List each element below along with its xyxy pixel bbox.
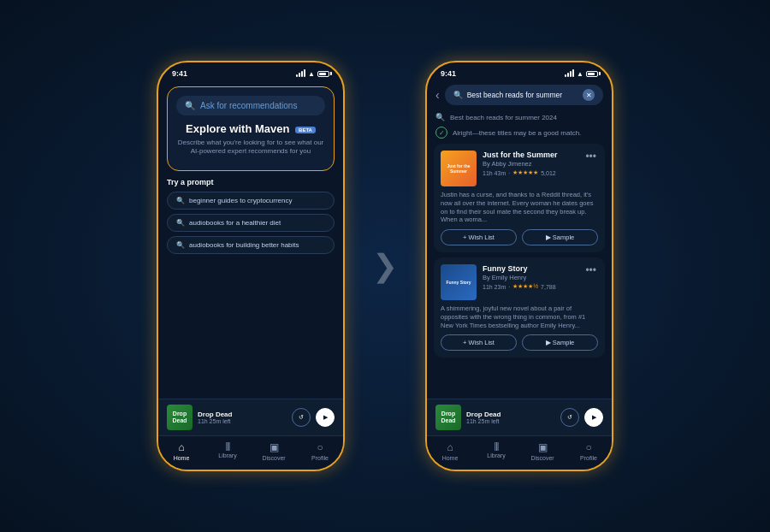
back-button[interactable]: ‹ (435, 88, 440, 102)
book-card-2-header: Funny Story Funny Story By Emily Henry 1… (441, 264, 598, 300)
prompt-search-icon-1: 🔍 (176, 197, 185, 204)
home-icon: ⌂ (178, 441, 184, 453)
book-card-1: Just for the Summer Just for the Summer … (434, 144, 605, 252)
wifi-icon-2: ▲ (577, 70, 583, 78)
prompt-btn-2[interactable]: 🔍 audiobooks for a healthier diet (167, 214, 335, 232)
nav-library-2[interactable]: ||| Library (473, 441, 519, 461)
now-playing-cover: Drop Dead (167, 405, 192, 430)
just-for-summer-art: Just for the Summer (441, 151, 477, 186)
skip-back-btn-2[interactable]: ↺ (560, 408, 579, 427)
nav-discover-label-2: Discover (530, 455, 554, 461)
book-cover-2: Funny Story (441, 264, 477, 300)
search-icon: 🔍 (185, 101, 195, 110)
nav-library-label-1: Library (218, 452, 236, 458)
book-title-1: Just for the Summer (483, 151, 578, 159)
more-options-btn-1[interactable]: ••• (583, 151, 598, 186)
play-btn-2[interactable]: ▶ (584, 408, 603, 427)
maven-search-bar[interactable]: 🔍 Ask for recommendations (176, 96, 325, 115)
book-card-1-header: Just for the Summer Just for the Summer … (441, 151, 598, 186)
wifi-icon: ▲ (308, 70, 315, 78)
sample-btn-2[interactable]: ▶ Sample (522, 334, 598, 351)
nav-profile-1[interactable]: ○ Profile (297, 441, 343, 461)
phone2-content: ‹ 🔍 Best beach reads for summer ✕ 🔍 Best… (427, 81, 612, 470)
query-search-icon: 🔍 (435, 113, 445, 121)
nav-home-1[interactable]: ⌂ Home (158, 441, 204, 461)
wish-list-btn-2[interactable]: + Wish List (441, 334, 517, 351)
search-bar-filled[interactable]: 🔍 Best beach reads for summer ✕ (445, 85, 603, 105)
now-playing-bar-2: Drop Dead Drop Dead 11h 25m left ↺ ▶ (427, 399, 612, 435)
book-rating-count-1: 5,012 (541, 170, 556, 176)
drop-dead-cover-art-2: Drop Dead (435, 405, 461, 430)
discover-icon: ▣ (270, 441, 279, 453)
books-list: Just for the Summer Just for the Summer … (427, 144, 612, 399)
prompt-text-2: audiobooks for a healthier diet (189, 219, 281, 227)
library-icon: ||| (226, 441, 230, 451)
phone-2: 9:41 ▲ ‹ 🔍 Best beach re (425, 61, 613, 471)
home-icon-2: ⌂ (447, 441, 453, 453)
play-btn[interactable]: ▶ (316, 408, 335, 427)
try-prompt-label: Try a prompt (167, 178, 335, 186)
book-author-1: By Abby Jimenez (483, 160, 578, 168)
try-prompt-section: Try a prompt 🔍 beginner guides to crypto… (158, 178, 343, 258)
phone-1: 9:41 ▲ 🔍 Ask for recommendations (157, 61, 345, 471)
book-duration-2: 11h 23m (483, 284, 506, 290)
book-rating-2: ★★★★½ (512, 283, 538, 290)
wish-list-btn-1[interactable]: + Wish List (441, 229, 517, 245)
now-playing-controls: ↺ ▶ (292, 408, 335, 427)
battery-icon-2 (586, 71, 598, 77)
now-playing-info-2: Drop Dead 11h 25m left (466, 411, 555, 424)
now-playing-subtitle: 11h 25m left (198, 418, 287, 424)
search-bar-top: ‹ 🔍 Best beach reads for summer ✕ (427, 81, 612, 110)
bottom-nav-2: ⌂ Home ||| Library ▣ Discover ○ Profile (427, 435, 612, 470)
status-icons: ▲ (296, 70, 329, 78)
prompt-btn-3[interactable]: 🔍 audiobooks for building better habits (167, 236, 335, 254)
more-options-btn-2[interactable]: ••• (583, 264, 598, 300)
book-actions-1: + Wish List ▶ Sample (441, 229, 598, 245)
nav-library-1[interactable]: ||| Library (204, 441, 251, 461)
nav-profile-2[interactable]: ○ Profile (566, 441, 612, 461)
chevron-right: ❯ (372, 248, 398, 284)
nav-discover-1[interactable]: ▣ Discover (251, 441, 297, 461)
time-display: 9:41 (172, 69, 187, 78)
now-playing-subtitle-2: 11h 25m left (466, 418, 555, 424)
nav-profile-label-1: Profile (311, 455, 329, 461)
book-cover-1: Just for the Summer (441, 151, 477, 186)
profile-icon: ○ (317, 441, 323, 453)
library-icon-2: ||| (495, 441, 499, 451)
prompt-btn-1[interactable]: 🔍 beginner guides to cryptocurrency (167, 192, 335, 210)
now-playing-cover-2: Drop Dead (435, 405, 461, 430)
maven-badge: BETA (295, 127, 316, 133)
maven-search-placeholder: Ask for recommendations (200, 101, 297, 110)
maven-title: Explore with Maven BETA (176, 122, 325, 135)
notch-2 (489, 62, 549, 78)
profile-icon-2: ○ (585, 441, 591, 453)
time-display-2: 9:41 (441, 69, 456, 78)
nav-home-label-1: Home (174, 455, 190, 461)
match-text: Alright—these titles may be a good match… (453, 129, 581, 137)
prompt-search-icon-3: 🔍 (176, 241, 185, 249)
nav-discover-2[interactable]: ▣ Discover (519, 441, 566, 461)
book-card-2: Funny Story Funny Story By Emily Henry 1… (434, 257, 605, 358)
notch (221, 62, 281, 78)
nav-profile-label-2: Profile (580, 455, 597, 461)
now-playing-info: Drop Dead 11h 25m left (198, 411, 287, 424)
status-icons-2: ▲ (565, 70, 598, 78)
battery-icon (317, 71, 329, 77)
discover-icon-2: ▣ (538, 441, 548, 453)
funny-story-art: Funny Story (441, 264, 477, 300)
book-description-2: A shimmering, joyful new novel about a p… (441, 304, 598, 329)
skip-back-btn[interactable]: ↺ (292, 408, 311, 427)
signal-icon-2 (565, 70, 574, 77)
check-icon: ✓ (435, 127, 447, 139)
nav-home-2[interactable]: ⌂ Home (427, 441, 473, 461)
drop-dead-cover-art: Drop Dead (167, 405, 192, 430)
now-playing-title: Drop Dead (198, 411, 287, 418)
book-rating-count-2: 7,788 (541, 284, 556, 290)
book-stats-2: 11h 23m · ★★★★½ 7,788 (483, 283, 578, 290)
book-description-1: Justin has a curse, and thanks to a Redd… (441, 191, 598, 224)
clear-search-btn[interactable]: ✕ (583, 89, 595, 101)
prompt-text-1: beginner guides to cryptocurrency (189, 197, 293, 204)
bottom-nav-1: ⌂ Home ||| Library ▣ Discover ○ Profile (158, 435, 343, 470)
search-query-text: Best beach reads for summer (467, 91, 578, 99)
sample-btn-1[interactable]: ▶ Sample (522, 229, 598, 245)
